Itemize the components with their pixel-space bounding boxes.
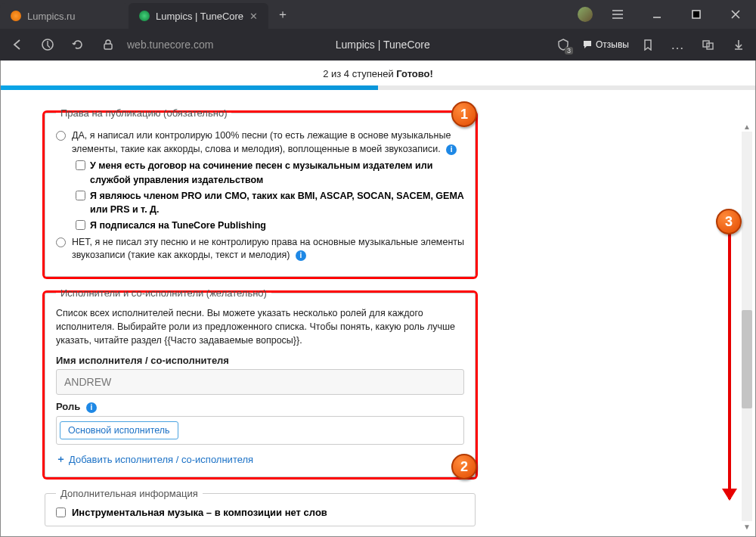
info-icon[interactable]: i	[86, 402, 97, 413]
artist-name-input[interactable]	[56, 369, 464, 395]
artists-legend: Исполнители и со-исполнители (желательно…	[56, 287, 271, 299]
profile-avatar[interactable]	[578, 7, 593, 22]
tab-lumpics-ru[interactable]: Lumpics.ru	[0, 3, 129, 29]
protect-icon[interactable]: 3	[552, 33, 575, 56]
vertical-scrollbar[interactable]: ▲ ▼	[742, 121, 752, 532]
rights-cb2[interactable]	[76, 191, 85, 200]
plus-icon: ＋	[56, 452, 66, 466]
callout-3: 3	[716, 209, 742, 234]
rights-yes-text: ДА, я написал или контролирую 100% песни…	[72, 130, 451, 154]
reviews-label: Отзывы	[596, 39, 629, 50]
svg-rect-3	[703, 41, 709, 47]
back-button[interactable]	[6, 33, 29, 56]
rights-legend: Права на публикацию (обязательно)	[56, 107, 231, 119]
url-text[interactable]: web.tunecore.com	[127, 39, 213, 51]
scrollbar-down-arrow[interactable]: ▼	[742, 521, 752, 532]
reload-button[interactable]	[67, 33, 89, 56]
window-minimize-button[interactable]	[643, 3, 671, 26]
window-close-button[interactable]	[721, 3, 750, 26]
browser-titlebar: Lumpics.ru Lumpics | TuneCore ✕ ＋	[0, 0, 756, 29]
rights-cb3-row[interactable]: Я подписался на TuneCore Publishing	[76, 219, 464, 233]
role-label: Роль i	[56, 401, 464, 413]
rights-cb2-row[interactable]: Я являюсь членом PRO или CMO, таких как …	[76, 189, 464, 218]
rights-cb3-text: Я подписался на TuneCore Publishing	[90, 219, 266, 233]
instrumental-row[interactable]: Инструментальная музыка – в композиции н…	[56, 507, 464, 518]
add-artist-text: Добавить исполнителя / со-исполнителя	[69, 454, 253, 465]
reviews-button[interactable]: Отзывы	[582, 39, 629, 50]
progress-label: 2 из 4 ступеней Готово!	[1, 61, 755, 85]
window-maximize-button[interactable]	[682, 3, 711, 26]
lock-icon[interactable]	[97, 33, 119, 56]
rights-no-text: НЕТ, я не писал эту песню и не контролир…	[72, 237, 464, 261]
rights-cb1-text: У меня есть договор на сочинение песен с…	[90, 159, 464, 188]
svg-rect-0	[692, 11, 700, 18]
page-title: Lumpics | TuneCore	[221, 39, 544, 51]
rights-cb2-text: Я являюсь членом PRO или CMO, таких как …	[90, 189, 464, 218]
artists-description: Список всех исполнителей песни. Вы может…	[56, 306, 464, 347]
hamburger-menu-icon[interactable]	[603, 3, 632, 26]
rights-section: Права на публикацию (обязательно) ДА, я …	[45, 107, 476, 277]
scrollbar-thumb[interactable]	[742, 310, 752, 408]
favicon-orange	[11, 11, 21, 21]
tab-label: Lumpics.ru	[27, 11, 76, 22]
scroll-arrow-annotation	[728, 219, 731, 499]
rights-cb3[interactable]	[76, 220, 85, 230]
page-viewport: 2 из 4 ступеней Готово! Права на публика…	[0, 61, 756, 537]
protect-badge-count: 3	[565, 47, 573, 54]
callout-2: 2	[451, 454, 477, 480]
close-tab-icon[interactable]: ✕	[249, 11, 258, 22]
tab-tunecore[interactable]: Lumpics | TuneCore ✕	[129, 3, 268, 29]
more-icon[interactable]: …	[667, 33, 689, 56]
rights-yes-radio[interactable]	[56, 131, 66, 141]
instrumental-checkbox[interactable]	[56, 508, 66, 517]
extra-legend: Дополнительная информация	[56, 488, 203, 499]
svg-rect-4	[707, 43, 713, 49]
extensions-icon[interactable]	[697, 33, 720, 56]
progress-fill	[1, 85, 378, 90]
artist-name-label: Имя исполнителя / со-исполнителя	[56, 355, 464, 366]
new-tab-button[interactable]: ＋	[273, 5, 293, 24]
info-icon[interactable]: i	[296, 250, 306, 261]
rights-yes-row[interactable]: ДА, я написал или контролирую 100% песни…	[56, 129, 464, 156]
role-tag[interactable]: Основной исполнитель	[60, 421, 178, 439]
rights-cb1-row[interactable]: У меня есть договор на сочинение песен с…	[76, 159, 464, 188]
yandex-icon[interactable]	[36, 33, 59, 56]
tab-label: Lumpics | TuneCore	[156, 11, 243, 22]
role-select[interactable]: Основной исполнитель	[56, 416, 464, 445]
rights-no-row[interactable]: НЕТ, я не писал эту песню и не контролир…	[56, 236, 464, 262]
callout-1: 1	[451, 101, 477, 127]
progress-bar	[1, 85, 755, 90]
info-icon[interactable]: i	[446, 144, 457, 155]
browser-address-bar: web.tunecore.com Lumpics | TuneCore 3 От…	[0, 29, 756, 61]
bookmark-icon[interactable]	[637, 33, 659, 56]
scrollbar-up-arrow[interactable]: ▲	[742, 121, 752, 132]
rights-sub-checks: У меня есть договор на сочинение песен с…	[76, 159, 464, 233]
favicon-green	[139, 11, 150, 21]
instrumental-text: Инструментальная музыка – в композиции н…	[72, 507, 327, 518]
extra-section: Дополнительная информация Инструментальн…	[45, 488, 476, 526]
rights-cb1[interactable]	[76, 160, 85, 170]
downloads-icon[interactable]	[727, 33, 750, 56]
svg-rect-2	[104, 44, 112, 49]
add-artist-link[interactable]: ＋ Добавить исполнителя / со-исполнителя	[56, 452, 253, 466]
rights-no-radio[interactable]	[56, 237, 66, 247]
artists-section: Исполнители и со-исполнители (желательно…	[45, 287, 476, 477]
